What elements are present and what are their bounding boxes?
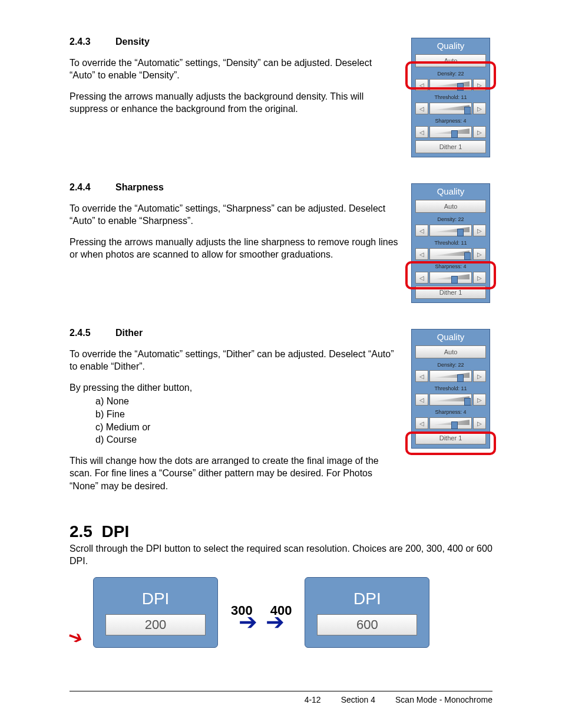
page-footer: 4-12 Section 4 Scan Mode - Monochrome [70, 691, 492, 704]
threshold-label: Threshold: 11 [434, 240, 467, 246]
arrow-left-icon[interactable]: ◁ [415, 394, 428, 406]
threshold-label: Threshold: 11 [434, 94, 467, 100]
density-slider[interactable]: ◁ ▷ [415, 225, 486, 236]
auto-button[interactable]: Auto [415, 200, 486, 213]
density-label: Density: 22 [437, 71, 464, 77]
dither-button[interactable]: Dither 1 [415, 140, 486, 153]
dpi-title: DPI [142, 589, 170, 608]
paragraph: This will change how the dots are arrang… [70, 454, 399, 493]
heading-num: 2.5 [70, 522, 92, 541]
heading-title: DPI [102, 522, 130, 541]
arrow-right-icon[interactable]: ▷ [473, 79, 486, 91]
density-label: Density: 22 [437, 362, 464, 368]
sharpness-label: Sharpness: 4 [435, 263, 466, 269]
heading-title: Sharpness [115, 182, 164, 192]
section-dither: 2.4.5Dither To override the “Automatic” … [70, 327, 399, 501]
arrow-left-icon[interactable]: ◁ [415, 417, 428, 429]
arrow-right-icon[interactable]: ▷ [473, 225, 486, 236]
sharpness-label: Sharpness: 4 [435, 409, 466, 415]
arrow-right-icon[interactable]: ▷ [473, 103, 486, 114]
density-slider[interactable]: ◁ ▷ [415, 370, 486, 382]
footer-title: Scan Mode - Monochrome [395, 695, 492, 704]
threshold-label: Threshold: 11 [434, 386, 467, 391]
section-dpi: 2.5 DPI Scroll through the DPI button to… [70, 522, 492, 648]
arrow-right-icon[interactable]: ▷ [473, 248, 486, 260]
section-sharpness: 2.4.4Sharpness To override the “Automati… [70, 181, 399, 269]
dither-button[interactable]: Dither 1 [415, 286, 486, 299]
panel-title: Quality [437, 186, 465, 196]
dither-button[interactable]: Dither 1 [415, 431, 486, 444]
paragraph: Scroll through the DPI button to select … [70, 542, 492, 568]
heading-num: 2.4.3 [70, 35, 115, 48]
paragraph: Pressing the arrows manually adjusts the… [70, 236, 399, 261]
list-item: c) Medium or [95, 421, 399, 434]
dpi-value-button[interactable]: 200 [105, 614, 206, 635]
paragraph: By pressing the dither button, [70, 381, 399, 394]
paragraph: To override the “Automatic” settings, “S… [70, 202, 399, 228]
list-item: b) Fine [95, 408, 399, 421]
list-item: a) None [95, 395, 399, 408]
dpi-title: DPI [353, 589, 381, 608]
section-density: 2.4.3Density To override the “Automatic”… [70, 35, 399, 124]
paragraph: To override the “Automatic” settings, “D… [70, 348, 399, 373]
density-slider[interactable]: ◁ ▷ [415, 79, 486, 91]
auto-button[interactable]: Auto [415, 54, 486, 67]
heading-title: Density [115, 37, 150, 47]
arrow-left-icon[interactable]: ◁ [415, 225, 428, 236]
arrow-right-icon[interactable]: ▷ [473, 370, 486, 382]
footer-page: 4-12 [305, 695, 321, 704]
heading-num: 2.4.5 [70, 327, 115, 340]
arrow-right-icon[interactable]: ▷ [473, 272, 486, 284]
panel-title: Quality [437, 41, 465, 51]
sharpness-slider[interactable]: ◁ ▷ [415, 272, 486, 284]
arrow-right-icon[interactable]: ▷ [473, 126, 486, 138]
arrow-left-icon[interactable]: ◁ [415, 248, 428, 260]
arrow-left-icon[interactable]: ◁ [415, 126, 428, 138]
arrow-left-icon[interactable]: ◁ [415, 79, 428, 91]
threshold-slider[interactable]: ◁ ▷ [415, 103, 486, 114]
heading-num: 2.4.4 [70, 181, 115, 194]
density-label: Density: 22 [437, 216, 464, 222]
panel-title: Quality [437, 332, 465, 342]
quality-panel-density: Quality Auto Density: 22 ◁ ▷ Threshold: … [409, 35, 492, 160]
dpi-panel-start: DPI 200 [93, 577, 218, 648]
red-arrow-icon: ➔ [65, 624, 86, 648]
threshold-slider[interactable]: ◁ ▷ [415, 248, 486, 260]
list-item: d) Course [95, 433, 399, 446]
sharpness-label: Sharpness: 4 [435, 118, 466, 124]
heading-title: Dither [115, 328, 143, 338]
arrow-right-icon[interactable]: ▷ [473, 417, 486, 429]
sharpness-slider[interactable]: ◁ ▷ [415, 126, 486, 138]
quality-panel-dither: Quality Auto Density: 22 ◁ ▷ Threshold: … [409, 327, 492, 451]
arrow-left-icon[interactable]: ◁ [415, 272, 428, 284]
quality-panel-sharpness: Quality Auto Density: 22 ◁ ▷ Threshold: … [409, 181, 492, 305]
paragraph: To override the “Automatic” settings, “D… [70, 57, 399, 82]
footer-section: Section 4 [341, 695, 375, 704]
arrow-left-icon[interactable]: ◁ [415, 370, 428, 382]
sharpness-slider[interactable]: ◁ ▷ [415, 417, 486, 429]
paragraph: Pressing the arrows manually adjusts the… [70, 90, 399, 116]
dpi-panel-end: DPI 600 [305, 577, 429, 648]
dpi-value-button[interactable]: 600 [317, 614, 417, 635]
arrow-left-icon[interactable]: ◁ [415, 103, 428, 114]
arrow-right-icon[interactable]: ▷ [473, 394, 486, 406]
threshold-slider[interactable]: ◁ ▷ [415, 394, 486, 406]
auto-button[interactable]: Auto [415, 345, 486, 358]
